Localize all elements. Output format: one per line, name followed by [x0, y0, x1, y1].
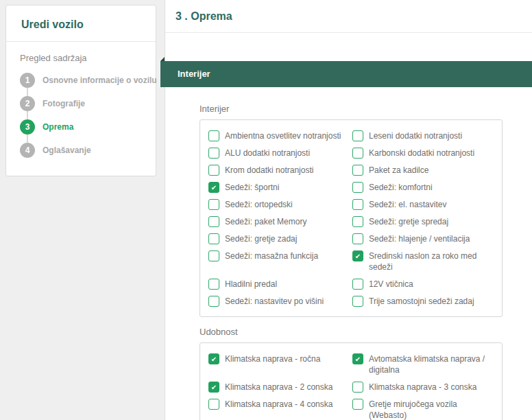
checkbox-label: Sedeži: hlajenje / ventilacija — [369, 233, 470, 244]
checkbox[interactable] — [208, 233, 219, 244]
wizard-sidebar: Uredi vozilo Pregled sadržaja 1 Osnovne … — [5, 5, 156, 176]
group-label: Interijer — [200, 104, 532, 114]
checkbox-label: Klimatska naprava - 3 conska — [369, 382, 476, 393]
checkbox-label: Sedeži: gretje zadaj — [225, 233, 297, 244]
group-panel: Ambientna osvetlitev notranjosti Leseni … — [200, 119, 503, 317]
checkbox-label: Sedeži: komfortni — [369, 182, 433, 193]
main-panel: 3 . Oprema Interijer Interijer Ambientna… — [165, 0, 532, 420]
step-number-badge: 3 — [20, 119, 35, 135]
checkbox[interactable] — [352, 296, 363, 307]
checkbox-item[interactable]: Hladilni predal — [208, 279, 352, 290]
checkbox-label: Karbonski dodatki notranjosti — [369, 148, 474, 159]
checkbox-item[interactable]: Sedeži: hlajenje / ventilacija — [352, 233, 494, 244]
checkbox-grid: Ambientna osvetlitev notranjosti Leseni … — [208, 130, 494, 307]
checkbox-label: Klimatska naprava - 2 conska — [225, 382, 332, 393]
checkbox-label: Paket za kadilce — [369, 165, 428, 176]
checkbox-item[interactable]: ✔ Avtomatska klimatska naprava / digital… — [352, 353, 494, 375]
checkbox[interactable] — [352, 279, 363, 290]
checkbox-item[interactable]: Klimatska naprava - 4 conska — [208, 399, 352, 420]
checkbox[interactable] — [208, 250, 219, 261]
checkbox-label: Ambientna osvetlitev notranjosti — [225, 130, 341, 141]
checkbox-label: Sedeži: nastavitev po višini — [225, 296, 324, 307]
checkbox-item[interactable]: Sedeži: ortopedski — [208, 199, 352, 210]
checkbox-item[interactable]: Sedeži: el. nastavitev — [352, 199, 494, 210]
step-label: Fotografije — [43, 99, 85, 108]
checkbox-item[interactable]: Sedeži: gretje spredaj — [352, 216, 494, 227]
checkbox[interactable] — [352, 182, 363, 193]
checkbox-label: Sedeži: el. nastavitev — [369, 199, 446, 210]
checkbox[interactable] — [352, 199, 363, 210]
checkbox-item[interactable]: Ambientna osvetlitev notranjosti — [208, 130, 352, 141]
checkbox-item[interactable]: 12V vtičnica — [352, 279, 494, 290]
checkbox-label: Gretje mirujočega vozila (Webasto) — [369, 399, 494, 420]
wizard-steps: 1 Osnovne informacije o vozilu 2 Fotogra… — [20, 73, 146, 158]
checkbox-group: Interijer Ambientna osvetlitev notranjos… — [200, 104, 532, 317]
checkbox-label: Trije samostojni sedeži zadaj — [369, 296, 474, 307]
checkbox[interactable]: ✔ — [352, 353, 363, 364]
checkbox[interactable] — [352, 382, 363, 393]
checkbox-label: Sedeži: športni — [225, 182, 279, 193]
step-label: Oprema — [43, 122, 73, 132]
checkbox-item[interactable]: Paket za kadilce — [352, 165, 494, 176]
checkbox-item[interactable]: ✔ Klimatska naprava - ročna — [208, 353, 352, 375]
checkbox-item[interactable]: Leseni dodatki notranjosti — [352, 130, 494, 141]
checkbox[interactable] — [208, 279, 219, 290]
checkbox-label: Sedeži: ortopedski — [225, 199, 293, 210]
checkbox-label: Klimatska naprava - 4 conska — [225, 399, 332, 410]
wizard-step-2[interactable]: 2 Fotografije — [20, 96, 146, 111]
checkbox-label: Hladilni predal — [225, 279, 277, 290]
checkbox-item[interactable]: ✔ Sredinski naslon za roko med sedeži — [352, 250, 494, 272]
checkbox[interactable] — [208, 296, 219, 307]
checkbox-item[interactable]: Sedeži: komfortni — [352, 182, 494, 193]
checkbox[interactable] — [208, 165, 219, 176]
checkbox-grid: ✔ Klimatska naprava - ročna ✔ Avtomatska… — [208, 353, 494, 420]
checkbox-item[interactable]: Trije samostojni sedeži zadaj — [352, 296, 494, 307]
checkbox[interactable] — [208, 148, 219, 159]
checkbox-item[interactable]: Klimatska naprava - 3 conska — [352, 382, 494, 393]
checkbox-item[interactable]: Sedeži: paket Memory — [208, 216, 352, 227]
checkbox-item[interactable]: Gretje mirujočega vozila (Webasto) — [352, 399, 494, 420]
checkbox[interactable]: ✔ — [208, 353, 219, 364]
checkbox[interactable]: ✔ — [352, 250, 363, 261]
checkbox[interactable] — [208, 199, 219, 210]
checkbox-item[interactable]: ✔ Sedeži: športni — [208, 182, 352, 193]
sidebar-title: Uredi vozilo — [6, 5, 156, 41]
checkbox-item[interactable]: ALU dodatki notranjosti — [208, 148, 352, 159]
checkbox[interactable] — [352, 233, 363, 244]
checkbox[interactable] — [352, 165, 363, 176]
checkbox-item[interactable]: Karbonski dodatki notranjosti — [352, 148, 494, 159]
checkbox-label: ALU dodatki notranjosti — [225, 148, 310, 159]
checkbox[interactable]: ✔ — [208, 182, 219, 193]
group-label: Udobnost — [200, 327, 532, 337]
checkbox-label: Krom dodatki notranjosti — [225, 165, 313, 176]
checkbox-item[interactable]: Krom dodatki notranjosti — [208, 165, 352, 176]
checkbox[interactable] — [352, 148, 363, 159]
checkbox[interactable] — [352, 216, 363, 227]
form-groups: Interijer Ambientna osvetlitev notranjos… — [165, 87, 532, 420]
checkbox[interactable] — [208, 216, 219, 227]
checkbox-label: Klimatska naprava - ročna — [225, 353, 320, 364]
step-label: Oglašavanje — [43, 145, 91, 155]
checkbox-item[interactable]: Sedeži: nastavitev po višini — [208, 296, 352, 307]
section-ribbon-interijer: Interijer — [160, 61, 532, 87]
checkbox[interactable] — [352, 130, 363, 141]
step-number-badge: 4 — [20, 143, 35, 158]
checkbox-label: Sedeži: gretje spredaj — [369, 216, 448, 227]
checkbox-label: Avtomatska klimatska naprava / digitalna — [369, 353, 494, 375]
wizard-step-1[interactable]: 1 Osnovne informacije o vozilu — [20, 73, 146, 88]
wizard-step-4[interactable]: 4 Oglašavanje — [20, 143, 146, 158]
main-header: 3 . Oprema — [165, 0, 532, 33]
content-overview-label: Pregled sadržaja — [20, 53, 146, 63]
checkbox-label: Leseni dodatki notranjosti — [369, 130, 462, 141]
checkbox[interactable] — [208, 399, 219, 410]
group-panel: ✔ Klimatska naprava - ročna ✔ Avtomatska… — [200, 342, 503, 420]
checkbox-item[interactable]: Sedeži: masažna funkcija — [208, 250, 352, 272]
page-title: 3 . Oprema — [176, 10, 232, 23]
wizard-step-3[interactable]: 3 Oprema — [20, 119, 146, 135]
checkbox-item[interactable]: Sedeži: gretje zadaj — [208, 233, 352, 244]
checkbox[interactable] — [208, 130, 219, 141]
checkbox[interactable]: ✔ — [208, 382, 219, 393]
checkbox[interactable] — [352, 399, 363, 410]
step-number-badge: 2 — [20, 96, 35, 111]
checkbox-item[interactable]: ✔ Klimatska naprava - 2 conska — [208, 382, 352, 393]
